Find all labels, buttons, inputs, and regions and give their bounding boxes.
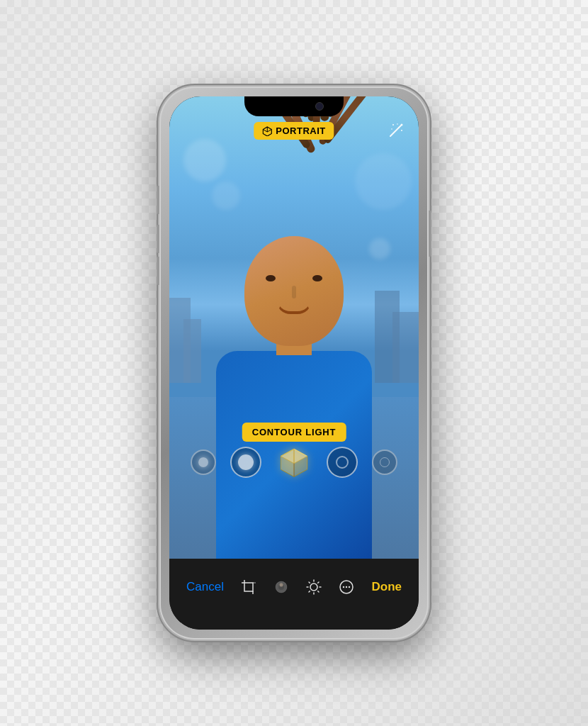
svg-point-32 [280, 583, 283, 587]
svg-point-45 [349, 586, 350, 588]
phone-notch [244, 96, 344, 116]
svg-point-33 [310, 583, 317, 591]
phone-device: PORTRAIT CONTOUR LIGHT [159, 86, 429, 640]
more-icon [339, 579, 354, 595]
eye-left [266, 275, 276, 281]
lighting-natural-button[interactable] [191, 449, 216, 475]
svg-line-40 [318, 582, 319, 583]
toolbar-icons-group [239, 577, 356, 597]
lighting-options-row [169, 444, 419, 481]
svg-line-2 [267, 129, 271, 132]
crop-icon [241, 579, 256, 595]
portrait-mode-badge[interactable]: PORTRAIT [254, 122, 334, 140]
magic-wand-icon [388, 122, 405, 139]
svg-line-3 [263, 129, 267, 132]
adjust-button[interactable] [271, 577, 291, 597]
svg-point-7 [392, 124, 394, 125]
lighting-stage-mono-button[interactable] [372, 449, 397, 475]
lighting-contour-button[interactable] [276, 444, 312, 481]
svg-point-43 [343, 586, 344, 588]
svg-point-10 [397, 123, 398, 125]
filter-button[interactable] [304, 577, 324, 597]
contour-light-label: CONTOUR LIGHT [242, 423, 346, 442]
photo-area: PORTRAIT CONTOUR LIGHT [169, 96, 419, 559]
done-button[interactable]: Done [371, 580, 402, 594]
magic-wand-button[interactable] [388, 122, 405, 143]
front-camera [315, 102, 324, 111]
more-button[interactable] [337, 577, 356, 597]
cancel-button[interactable]: Cancel [186, 580, 224, 594]
filter-icon [306, 579, 322, 595]
crop-button[interactable] [239, 577, 259, 597]
svg-point-8 [401, 130, 402, 131]
phone-screen: PORTRAIT CONTOUR LIGHT [169, 96, 419, 630]
svg-point-6 [401, 124, 403, 126]
page-wrapper: PORTRAIT CONTOUR LIGHT [0, 0, 588, 726]
face-eyes [266, 275, 322, 281]
svg-rect-25 [244, 583, 253, 591]
svg-point-44 [346, 586, 347, 588]
portrait-subject [195, 96, 393, 559]
cube-icon [262, 126, 272, 136]
contour-light-cube-icon [278, 447, 310, 478]
svg-line-5 [399, 125, 401, 128]
lighting-stage-button[interactable] [327, 447, 358, 478]
svg-line-38 [309, 582, 310, 583]
bottom-toolbar: Cancel [169, 559, 419, 630]
svg-line-39 [318, 591, 319, 592]
eye-right [312, 275, 322, 281]
lighting-studio-button[interactable] [230, 447, 261, 478]
face-smile [276, 300, 312, 314]
building-bg [392, 312, 419, 383]
portrait-label: PORTRAIT [276, 125, 325, 136]
adjust-icon [273, 579, 289, 595]
svg-point-9 [391, 128, 392, 130]
svg-line-41 [309, 591, 310, 592]
person-head [244, 236, 344, 346]
